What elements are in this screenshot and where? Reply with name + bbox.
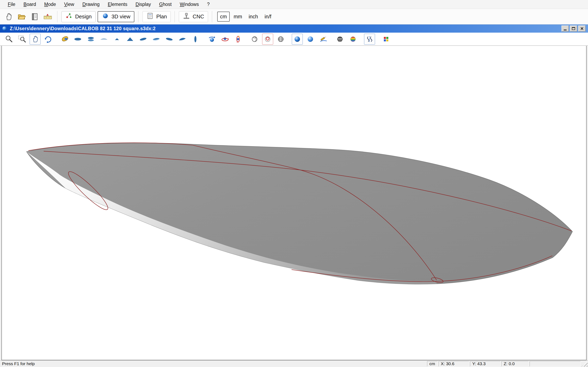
- design-mode-button[interactable]: Design: [61, 11, 95, 22]
- menu-view[interactable]: View: [60, 1, 78, 8]
- render-rainbow-icon[interactable]: [347, 34, 359, 45]
- rotate-sphere-icon[interactable]: [207, 34, 217, 45]
- resize-grip-icon[interactable]: [581, 361, 588, 367]
- board-3d-icon[interactable]: [59, 34, 70, 45]
- design-mode-label: Design: [75, 13, 92, 20]
- board-deck-surface[interactable]: [26, 143, 572, 284]
- color-quads-icon[interactable]: [380, 34, 392, 45]
- toolbar-separator: [174, 11, 175, 22]
- view-perspective-icon[interactable]: [177, 34, 188, 45]
- plan-document-icon: [146, 12, 154, 21]
- design-molecule-icon: [65, 12, 73, 21]
- view-flip-icon[interactable]: [151, 34, 162, 45]
- status-right: cm X: 30.6 Y: 43.3 Z: 0.0: [427, 360, 588, 367]
- toolbar-separator: [212, 11, 212, 22]
- cnc-machine-icon: [183, 12, 190, 21]
- unit-inch-button[interactable]: inch: [246, 12, 261, 21]
- measure-ruler-icon[interactable]: [42, 11, 54, 23]
- rotate-axis-vertical-icon[interactable]: [219, 34, 231, 45]
- menu-windows[interactable]: Windows: [176, 1, 203, 8]
- view3d-mode-button[interactable]: 3D view: [98, 11, 134, 22]
- zoom-icon[interactable]: [3, 34, 15, 45]
- maximize-button[interactable]: [570, 25, 577, 32]
- view3d-mode-label: 3D view: [112, 13, 130, 20]
- menu-file[interactable]: File: [4, 1, 19, 8]
- profile-view-icon[interactable]: [98, 34, 109, 45]
- render-solid-sphere-icon[interactable]: [292, 34, 303, 45]
- view-toolbar: [0, 33, 588, 46]
- render-smooth-sphere-icon[interactable]: [305, 34, 316, 45]
- cross-section-small-icon[interactable]: [112, 34, 122, 45]
- menu-drawing[interactable]: Drawing: [78, 1, 104, 8]
- view-tilt-left-icon[interactable]: [138, 34, 149, 45]
- cross-section-large-icon[interactable]: [125, 34, 136, 45]
- board-3d-canvas[interactable]: [1, 46, 587, 360]
- status-bar: Press F1 for help cm X: 30.6 Y: 43.3 Z: …: [0, 360, 588, 367]
- flow-lines-icon[interactable]: [364, 34, 375, 45]
- status-empty-box: [530, 361, 581, 366]
- document-title: Z:\Users\dennery\Downloads\CALBOB 82 31 …: [10, 26, 156, 31]
- sphere-meridian-icon[interactable]: [249, 34, 260, 45]
- plan-mode-label: Plan: [156, 13, 167, 20]
- cnc-mode-button[interactable]: CNC: [179, 11, 208, 22]
- menu-help[interactable]: ?: [203, 1, 214, 8]
- menu-display[interactable]: Display: [131, 1, 155, 8]
- close-icon: [580, 27, 584, 30]
- wireframe-globe-icon[interactable]: [275, 34, 286, 45]
- view-tilt-right-icon[interactable]: [164, 34, 175, 45]
- unit-cm-button[interactable]: cm: [217, 12, 230, 22]
- outline-double-view-icon[interactable]: [85, 34, 96, 45]
- status-unit: cm: [427, 361, 438, 366]
- status-help-text: Press F1 for help: [0, 360, 35, 367]
- outline-top-view-icon[interactable]: [72, 34, 83, 45]
- sketch-pencil-icon[interactable]: [318, 34, 329, 45]
- view-vertical-icon[interactable]: [190, 34, 201, 45]
- menu-elements[interactable]: Elements: [104, 1, 131, 8]
- zoom-window-icon[interactable]: [17, 34, 27, 45]
- pan-hand-icon[interactable]: [30, 34, 41, 45]
- maximize-icon: [572, 27, 575, 30]
- menu-mode[interactable]: Mode: [40, 1, 60, 8]
- sphere-red-ring-icon[interactable]: [262, 34, 273, 45]
- toolbar-separator: [57, 11, 58, 22]
- unit-group: cm mm inch in/f: [217, 12, 274, 22]
- open-folder-icon[interactable]: [16, 11, 28, 23]
- menu-ghost[interactable]: Ghost: [155, 1, 176, 8]
- rotate-view-icon[interactable]: [43, 34, 54, 45]
- render-stripes-icon[interactable]: [334, 34, 346, 45]
- toolbar-separator: [138, 11, 139, 22]
- unit-inf-button[interactable]: in/f: [262, 12, 274, 21]
- menu-bar: File Board Mode View Drawing Elements Di…: [0, 0, 588, 9]
- status-y-coordinate: Y: 43.3: [470, 361, 501, 366]
- cnc-mode-label: CNC: [192, 13, 204, 20]
- rotate-axis-horizontal-icon[interactable]: [233, 34, 243, 45]
- menu-board[interactable]: Board: [19, 1, 40, 8]
- unit-mm-button[interactable]: mm: [231, 12, 245, 21]
- board-3d-render: [2, 46, 586, 360]
- plan-mode-button[interactable]: Plan: [143, 11, 171, 22]
- close-button[interactable]: [578, 25, 586, 32]
- status-x-coordinate: X: 30.6: [439, 361, 469, 366]
- status-z-coordinate: Z: 0.0: [502, 361, 529, 366]
- hand-tool-icon[interactable]: [2, 11, 15, 23]
- minimize-button[interactable]: [562, 25, 569, 32]
- document-sphere-icon: [2, 26, 7, 31]
- minimize-icon: [564, 30, 567, 30]
- document-titlebar[interactable]: Z:\Users\dennery\Downloads\CALBOB 82 31 …: [0, 25, 588, 33]
- window-controls: [562, 25, 586, 32]
- sphere-3d-icon: [102, 12, 109, 21]
- save-icon[interactable]: [29, 11, 41, 23]
- main-toolbar: Design 3D view Plan CNC cm mm inch in/f: [0, 9, 588, 25]
